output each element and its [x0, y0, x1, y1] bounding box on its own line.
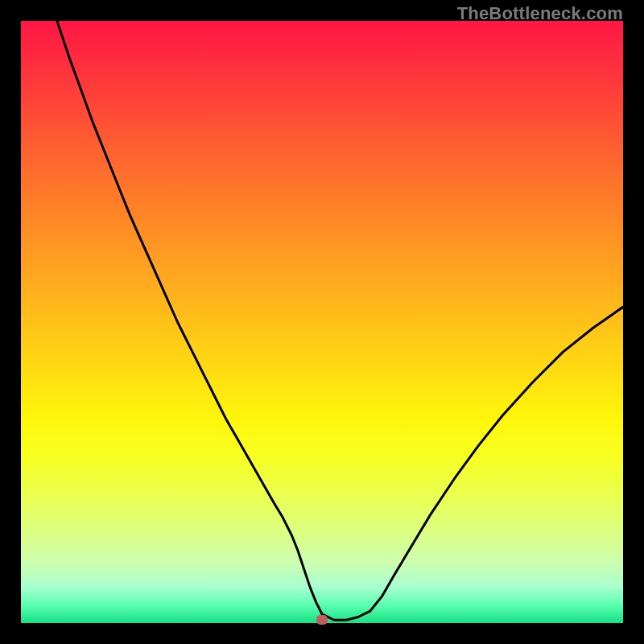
chart-plot-area	[21, 21, 623, 623]
bottleneck-curve	[57, 21, 623, 620]
chart-curve-svg	[21, 21, 623, 623]
watermark-text: TheBottleneck.com	[457, 3, 623, 24]
chart-frame: TheBottleneck.com	[0, 0, 644, 644]
optimal-point-marker	[316, 615, 328, 625]
